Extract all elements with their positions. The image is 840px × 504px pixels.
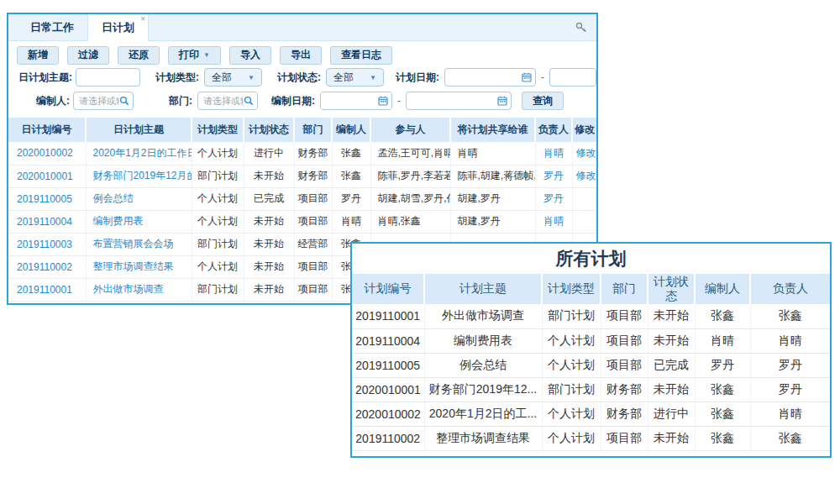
cell: 进行中 xyxy=(648,402,695,426)
create-date-label: 编制日期: xyxy=(271,94,315,108)
cell-link[interactable]: 布置营销展会会场 xyxy=(93,238,174,249)
author-label: 编制人: xyxy=(36,94,70,108)
cell: 肖晴,张鑫 xyxy=(370,210,450,233)
cell: 胡建,胡雪,罗丹,任晓... xyxy=(370,187,450,210)
cell-link[interactable]: 2019110002 xyxy=(17,261,72,273)
date-range-separator: - xyxy=(397,95,401,107)
column-header[interactable]: 负责人 xyxy=(535,118,572,142)
cell: 罗丹 xyxy=(535,165,572,187)
cell: 例会总结 xyxy=(86,187,192,210)
cell: 张鑫 xyxy=(695,426,750,450)
cell-link[interactable]: 编制费用表 xyxy=(93,215,144,227)
cell: 陈菲,胡建,蒋德帧,... xyxy=(450,165,535,187)
cell: 2020010001 xyxy=(352,377,424,402)
cell-link[interactable]: 肖晴 xyxy=(543,147,564,159)
search-icon[interactable] xyxy=(119,96,129,106)
cell-link[interactable]: 修改 xyxy=(576,170,596,181)
daily-plan-subject-input[interactable] xyxy=(76,68,140,87)
cell-link[interactable]: 2019110005 xyxy=(17,193,72,205)
cell: 财务部门2019年12月的... xyxy=(86,165,192,187)
cell: 罗丹 xyxy=(332,187,370,210)
calendar-icon[interactable] xyxy=(378,96,388,106)
cell: 2020010001 xyxy=(8,165,86,187)
cell: 个人计划 xyxy=(192,210,244,233)
cell-link[interactable]: 罗丹 xyxy=(543,170,564,181)
column-header[interactable]: 编制人 xyxy=(332,118,370,142)
table-header-row: 日计划编号 日计划主题 计划类型 计划状态 部门 编制人 参与人 将计划共享给谁… xyxy=(8,118,596,142)
cell-link[interactable]: 修改 xyxy=(576,147,596,159)
plan-status-select[interactable]: 全部 ▼ xyxy=(326,68,384,87)
cell: 项目部 xyxy=(601,353,648,377)
import-button[interactable]: 导入 xyxy=(229,46,271,65)
chevron-down-icon: ▼ xyxy=(370,74,376,81)
add-button[interactable]: 新增 xyxy=(17,46,59,65)
tab-label: 日计划 xyxy=(102,20,134,35)
cell-link[interactable]: 2020010001 xyxy=(17,171,73,182)
cell-link[interactable]: 2019110001 xyxy=(17,284,72,296)
cell: 2020010002 xyxy=(352,402,424,426)
cell: 未开始 xyxy=(244,278,294,301)
cell: 罗丹 xyxy=(750,353,830,377)
cell: 个人计划 xyxy=(542,353,601,377)
table-row: 2020010001财务部门2019年12月的...部门计划未开始财务部张鑫陈菲… xyxy=(8,165,596,187)
cell-link[interactable]: 财务部门2019年12月的... xyxy=(93,170,192,181)
create-date-end-input[interactable] xyxy=(406,92,512,110)
column-header: 负责人 xyxy=(750,274,830,304)
export-button[interactable]: 导出 xyxy=(280,46,322,65)
cell: 已完成 xyxy=(244,187,294,210)
print-button[interactable]: 打印 ▼ xyxy=(168,46,221,65)
cell: 个人计划 xyxy=(542,426,601,450)
cell: 2019110004 xyxy=(8,210,86,233)
cell: 修改 xyxy=(572,165,596,187)
column-header[interactable]: 日计划主题 xyxy=(86,118,192,142)
cell-link[interactable]: 罗丹 xyxy=(543,192,564,204)
cell: 进行中 xyxy=(244,142,294,165)
column-header[interactable]: 将计划共享给谁 xyxy=(450,118,535,142)
cell: 财务部门2019年12... xyxy=(424,377,542,402)
cell: 罗丹 xyxy=(535,187,572,210)
restore-button[interactable]: 还原 xyxy=(118,46,160,65)
cell: 肖晴 xyxy=(750,402,830,426)
cell: 整理市场调查结果 xyxy=(86,255,192,278)
tab-daily-plan[interactable]: 日计划 × xyxy=(87,14,149,41)
column-header[interactable]: 计划状态 xyxy=(244,118,294,142)
date-range-separator: - xyxy=(541,71,544,83)
cell: 经营部 xyxy=(294,233,332,255)
cell-link[interactable]: 外出做市场调查 xyxy=(93,283,164,295)
column-header[interactable]: 计划类型 xyxy=(192,118,244,142)
column-header[interactable]: 参与人 xyxy=(370,118,450,142)
cell: 部门计划 xyxy=(192,165,244,187)
cell: 财务部 xyxy=(294,142,332,165)
key-icon[interactable] xyxy=(575,21,588,34)
cell-link[interactable]: 例会总结 xyxy=(93,192,134,204)
cell-link[interactable]: 2019110003 xyxy=(17,239,72,250)
close-icon[interactable]: × xyxy=(140,15,145,24)
cell-link[interactable]: 2020010002 xyxy=(17,147,73,159)
search-icon[interactable] xyxy=(244,96,254,106)
view-log-button[interactable]: 查看日志 xyxy=(330,46,392,65)
plan-date-end-input[interactable] xyxy=(549,68,596,87)
plan-date-label: 计划日期: xyxy=(396,71,439,85)
calendar-icon[interactable] xyxy=(497,96,507,106)
cell-link[interactable]: 2020年1月2日的工作日... xyxy=(93,147,192,159)
cell-link[interactable]: 整理市场调查结果 xyxy=(93,260,174,272)
table-row: 2019110004编制费用表个人计划未开始项目部肖晴肖晴,张鑫胡建,罗丹肖晴 xyxy=(8,210,596,233)
cell: 未开始 xyxy=(648,328,695,353)
select-value: 全部 xyxy=(333,71,354,85)
tab-bar: 日常工作 日计划 × xyxy=(8,14,596,41)
plan-type-select[interactable]: 全部 ▼ xyxy=(204,68,262,87)
cell: 胡建,罗丹 xyxy=(450,210,535,233)
cell-link[interactable]: 2019110004 xyxy=(17,216,72,228)
column-header[interactable]: 日计划编号 xyxy=(8,118,86,142)
column-header[interactable]: 部门 xyxy=(294,118,332,142)
column-header[interactable]: 修改 xyxy=(572,118,596,142)
search-button[interactable]: 查询 xyxy=(522,92,564,110)
cell: 张鑫 xyxy=(695,377,750,402)
cell xyxy=(572,210,596,233)
tab-daily-work[interactable]: 日常工作 xyxy=(17,14,87,40)
calendar-icon[interactable] xyxy=(522,72,532,82)
cell: 未开始 xyxy=(648,377,695,402)
filter-button[interactable]: 过滤 xyxy=(67,46,109,65)
cell: 肖晴 xyxy=(450,142,535,165)
cell-link[interactable]: 肖晴 xyxy=(543,215,564,227)
